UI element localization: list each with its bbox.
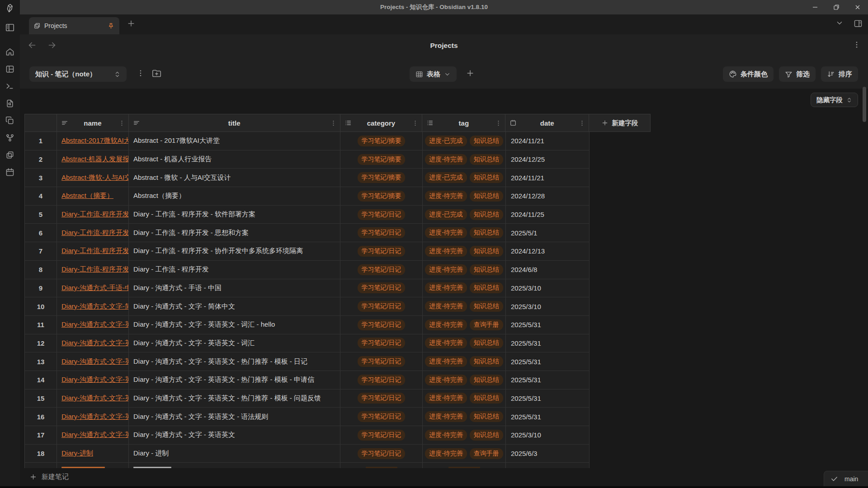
column-menu-icon[interactable] [579,120,585,127]
note-link[interactable]: Diary-沟通方式-文字-英语英文 [61,375,129,384]
date-cell[interactable]: 2025/5/31 [506,389,590,408]
tag-cell[interactable]: 进度-已完成知识总结 [423,132,506,150]
note-link[interactable]: Abstract-微软-人与AI交互设计 [61,174,129,182]
title-cell[interactable]: Diary - 沟通方式 - 文字 - 简体中文 [129,297,340,315]
add-view-button[interactable] [466,69,475,78]
column-menu-icon[interactable] [412,120,419,127]
title-cell[interactable]: Diary - 沟通方式 - 文字 - 英语英文 - 语法规则 [129,408,340,426]
note-link[interactable]: Abstract（摘要） [61,192,113,200]
tag-cell[interactable]: 进度-待完善查询手册 [423,445,506,463]
date-cell[interactable]: 2025/5/31 [506,334,590,352]
tab-list-chevron-icon[interactable] [835,19,844,28]
note-link[interactable]: Diary-工作流-程序开发-软件部署方案 [61,210,129,219]
date-cell[interactable]: 2024/11/25 [506,206,590,224]
title-cell[interactable]: Diary - 沟通方式 - 文字 - 英语英文 [129,426,340,444]
tag-cell[interactable]: 进度-待完善知识总结 [423,352,506,371]
column-header-name[interactable]: name [57,114,129,131]
minimize-button[interactable] [804,0,826,14]
date-cell[interactable]: 2025/5/31 [506,408,590,426]
tag-cell[interactable]: 进度-待完善知识总结 [423,279,506,297]
note-link[interactable]: Diary-沟通方式-文字-简体中文 [61,302,129,311]
project-menu-icon[interactable] [137,69,145,77]
tag-cell[interactable]: 进度-待完善知识总结 [423,334,506,352]
tag-cell[interactable]: 进度-待完善知识总结 [423,150,506,169]
date-cell[interactable]: 2025/5/31 [506,371,590,389]
projects-icon[interactable] [5,150,15,160]
title-cell[interactable]: Diary - 工作流 - 程序开发 - 协作开发中多系统多环境隔离 [129,242,340,260]
note-link[interactable]: Diary-工作流-程序开发 [61,265,129,274]
git-check-icon[interactable] [830,475,838,483]
layout-icon[interactable] [5,64,15,74]
title-cell[interactable]: Abstract - 机器人行业报告 [129,150,340,169]
category-cell[interactable]: 学习笔记/摘要 [340,150,423,169]
column-menu-icon[interactable] [495,120,502,127]
note-link[interactable]: Diary-工作流-程序开发-思想和方案 [61,229,129,237]
note-link[interactable]: Diary-沟通方式-手语-中国 [61,284,129,292]
hide-fields-button[interactable]: 隐藏字段 [811,93,858,107]
category-cell[interactable]: 学习笔记/日记 [340,261,423,279]
date-cell[interactable]: 2025/5/31 [506,316,590,334]
note-link[interactable]: Abstract-机器人发展报告 [61,155,129,164]
date-cell[interactable]: 2024/12/25 [506,150,590,169]
date-cell[interactable]: 2025/5/1 [506,224,590,242]
category-cell[interactable]: 学习笔记/日记 [340,297,423,315]
category-cell[interactable]: 学习笔记/日记 [340,316,423,334]
column-header-tag[interactable]: tag [422,114,505,131]
category-cell[interactable]: 学习笔记/日记 [340,352,423,371]
category-cell[interactable]: 学习笔记/日记 [340,426,423,444]
project-selector[interactable]: 知识 - 笔记（note） [29,66,127,82]
note-link[interactable]: Diary-沟通方式-文字-英语英文 [61,394,129,403]
new-field-button[interactable]: 新建字段 [589,114,651,131]
tag-cell[interactable]: 进度-待完善知识总结 [423,389,506,408]
color-conditions-button[interactable]: 条件颜色 [723,66,774,82]
date-cell[interactable]: 2024/11/21 [506,169,590,187]
title-cell[interactable]: Diary - 工作流 - 程序开发 - 思想和方案 [129,224,340,242]
tag-cell[interactable]: 进度-待完善知识总结 [423,187,506,205]
column-header-date[interactable]: date [505,114,589,131]
terminal-icon[interactable] [5,81,15,91]
category-cell[interactable]: 学习笔记/日记 [340,279,423,297]
tag-cell[interactable]: 进度-待完善知识总结 [423,224,506,242]
view-selector[interactable]: 表格 [410,66,457,82]
sort-button[interactable]: 排序 [821,66,858,82]
title-cell[interactable]: Diary - 进制 [129,445,340,463]
date-cell[interactable]: 2024/12/13 [506,242,590,260]
note-link[interactable]: Diary-沟通方式-文字-英语英文 [61,357,129,366]
toggle-right-sidebar-icon[interactable] [854,19,863,28]
title-cell[interactable]: Diary - 沟通方式 - 文字 - 英语英文 - 热门推荐 - 模板 - 问… [129,389,340,408]
pin-icon[interactable] [107,22,115,30]
tag-cell[interactable]: 进度-待完善知识总结 [423,408,506,426]
category-cell[interactable]: 学习笔记/摘要 [340,187,423,205]
home-icon[interactable] [5,47,15,56]
title-cell[interactable]: Abstract - 微软 - 人与AI交互设计 [129,169,340,187]
title-cell[interactable]: Diary - 工作流 - 程序开发 [129,261,340,279]
category-cell[interactable]: 学习笔记/摘要 [340,169,423,187]
tab-projects[interactable]: Projects [29,17,119,34]
title-cell[interactable]: Diary - 工作流 - 程序开发 - 软件部署方案 [129,206,340,224]
category-cell[interactable]: 学习笔记/日记 [340,224,423,242]
tag-cell[interactable]: 进度-已完成知识总结 [423,206,506,224]
tag-cell[interactable]: 进度-待完善知识总结 [423,242,506,260]
tag-cell[interactable]: 进度-待完善知识总结 [423,371,506,389]
date-cell[interactable]: 2025/5/31 [506,352,590,371]
column-header-title[interactable]: title [129,114,340,131]
tag-cell[interactable]: 进度-已完成知识总结 [423,169,506,187]
file-search-icon[interactable] [5,99,15,108]
more-options-icon[interactable] [853,41,861,49]
date-cell[interactable]: 2024/6/8 [506,261,590,279]
title-cell[interactable]: Diary - 沟通方式 - 文字 - 英语英文 - 词汇 - hello [129,316,340,334]
date-cell[interactable]: 2024/11/21 [506,132,590,150]
category-cell[interactable]: 学习笔记/日记 [340,334,423,352]
git-fork-icon[interactable] [5,133,15,142]
date-cell[interactable]: 2025/3/10 [506,297,590,315]
date-cell[interactable]: 2025/3/10 [506,279,590,297]
copy-icon[interactable] [5,116,15,125]
vertical-scrollbar[interactable] [863,87,866,122]
category-cell[interactable]: 学习笔记/日记 [340,445,423,463]
title-cell[interactable]: Diary - 沟通方式 - 文字 - 英语英文 - 词汇 [129,334,340,352]
note-link[interactable]: Diary-沟通方式-文字-英语英文 [61,320,129,329]
new-note-button[interactable]: 新建笔记 [29,473,69,481]
title-cell[interactable]: Abstract（摘要） [129,187,340,205]
column-menu-icon[interactable] [330,120,337,127]
toggle-left-sidebar-icon[interactable] [5,23,15,33]
